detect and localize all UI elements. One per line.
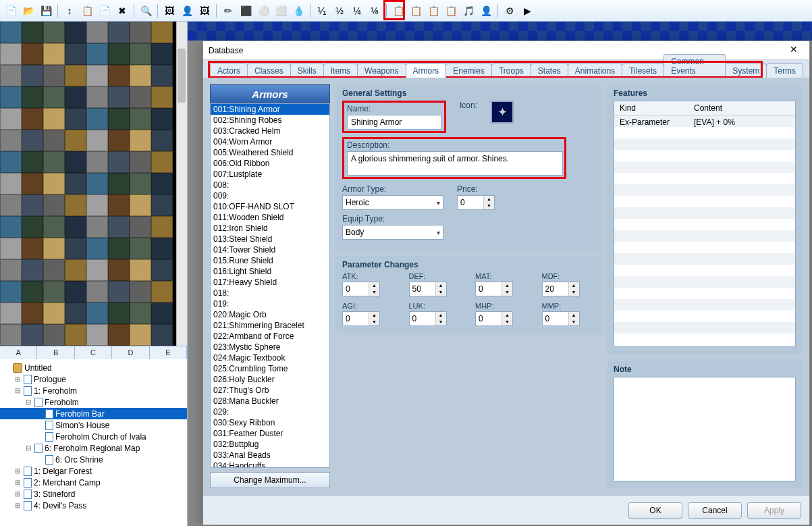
tile[interactable] — [0, 281, 22, 303]
tile[interactable] — [86, 259, 108, 281]
tile[interactable] — [108, 324, 130, 346]
tile[interactable] — [22, 194, 43, 216]
tile[interactable] — [130, 238, 151, 259]
tab-states[interactable]: States — [531, 63, 568, 78]
tile[interactable] — [86, 43, 108, 65]
list-item[interactable]: 029: — [211, 406, 329, 417]
tile[interactable] — [130, 303, 151, 324]
tile[interactable] — [43, 259, 65, 281]
tile[interactable] — [86, 324, 108, 346]
toolbar-button[interactable]: ▶ — [519, 3, 535, 19]
list-item[interactable]: 021:Shimmering Bracelet — [211, 320, 329, 331]
list-item[interactable]: 011:Wooden Shield — [211, 212, 329, 223]
tile[interactable] — [151, 281, 173, 303]
tile[interactable] — [86, 65, 108, 86]
tile[interactable] — [130, 22, 151, 43]
tile[interactable] — [43, 238, 65, 259]
list-item[interactable]: 031:Feather Duster — [211, 428, 329, 439]
tree-row[interactable]: ⊞2: Merchant Camp — [0, 477, 187, 488]
tile[interactable] — [130, 130, 151, 151]
tile[interactable] — [130, 216, 151, 238]
tile[interactable] — [86, 22, 108, 43]
toolbar-button[interactable]: ⬜ — [273, 3, 289, 19]
armor-list[interactable]: 001:Shining Armor002:Shining Robes003:Cr… — [210, 103, 330, 468]
tile[interactable] — [151, 324, 173, 346]
tile[interactable] — [151, 259, 173, 281]
tile[interactable] — [0, 173, 22, 194]
tile[interactable] — [0, 65, 22, 86]
tree-row[interactable]: ⊟Feroholm — [0, 396, 187, 408]
list-item[interactable]: 004:Worn Armor — [211, 136, 329, 147]
tile[interactable] — [0, 43, 22, 65]
param-mhp-input[interactable]: ▲▼ — [475, 311, 513, 326]
toolbar-button[interactable]: ⚪ — [255, 3, 271, 19]
tile[interactable] — [22, 108, 43, 130]
tree-row[interactable]: Untitled — [0, 362, 187, 373]
toolbar-button[interactable]: 📄 — [3, 3, 19, 19]
list-item[interactable]: 027:Thug's Orb — [211, 385, 329, 396]
layer-tab[interactable]: E — [150, 346, 187, 359]
tile[interactable] — [108, 194, 130, 216]
list-item[interactable]: 006:Old Ribbon — [211, 158, 329, 169]
tile[interactable] — [0, 216, 22, 238]
tile[interactable] — [151, 108, 173, 130]
list-item[interactable]: 026:Holy Buckler — [211, 374, 329, 385]
toolbar-button[interactable]: 📄 — [97, 3, 113, 19]
tile[interactable] — [43, 173, 65, 194]
tree-row[interactable]: ⊟6: Feroholm Regional Map — [0, 442, 187, 454]
tile[interactable] — [0, 324, 22, 346]
tile[interactable] — [22, 151, 43, 173]
tile[interactable] — [151, 238, 173, 259]
tile[interactable] — [86, 238, 108, 259]
param-mat-input[interactable]: ▲▼ — [475, 282, 513, 296]
toolbar-button[interactable]: 🎵 — [460, 3, 477, 19]
tile[interactable] — [22, 216, 43, 238]
tile[interactable] — [151, 130, 173, 151]
tile[interactable] — [43, 22, 65, 43]
toolbar-button[interactable]: 📋 — [390, 3, 406, 19]
tile[interactable] — [151, 173, 173, 194]
tile[interactable] — [22, 86, 43, 108]
tile[interactable] — [108, 108, 130, 130]
toolbar-button[interactable]: ✏ — [220, 3, 236, 19]
change-maximum-button[interactable]: Change Maximum... — [210, 472, 330, 488]
tab-animations[interactable]: Animations — [568, 63, 622, 78]
list-item[interactable]: 019: — [211, 298, 329, 309]
toolbar-button[interactable]: 🔍 — [138, 3, 154, 19]
tile[interactable] — [86, 194, 108, 216]
list-item[interactable]: 015:Rune Shield — [211, 255, 329, 266]
tile[interactable] — [130, 324, 151, 346]
tab-classes[interactable]: Classes — [247, 63, 291, 78]
tile[interactable] — [43, 303, 65, 324]
tile[interactable] — [65, 324, 86, 346]
tile[interactable] — [65, 173, 86, 194]
tile[interactable] — [43, 324, 65, 346]
tile[interactable] — [0, 238, 22, 259]
list-item[interactable]: 024:Magic Textbook — [211, 352, 329, 363]
tile[interactable] — [22, 65, 43, 86]
list-item[interactable]: 016:Light Shield — [211, 266, 329, 277]
toolbar-button[interactable]: ⅛ — [367, 3, 383, 19]
list-item[interactable]: 020:Magic Orb — [211, 309, 329, 320]
tile[interactable] — [86, 281, 108, 303]
tile[interactable] — [151, 86, 173, 108]
list-item[interactable]: 028:Mana Buckler — [211, 396, 329, 406]
tile[interactable] — [43, 86, 65, 108]
tile[interactable] — [0, 259, 22, 281]
tile[interactable] — [108, 65, 130, 86]
tile[interactable] — [151, 65, 173, 86]
tile[interactable] — [130, 86, 151, 108]
tile[interactable] — [151, 22, 173, 43]
tile[interactable] — [65, 151, 86, 173]
toolbar-button[interactable]: 💾 — [38, 3, 54, 19]
tab-actors[interactable]: Actors — [210, 63, 248, 78]
toolbar-button[interactable]: 👤 — [179, 3, 195, 19]
tile[interactable] — [65, 43, 86, 65]
toolbar-button[interactable]: 👤 — [478, 3, 494, 19]
tile[interactable] — [43, 65, 65, 86]
list-item[interactable]: 010:OFF-HAND SLOT — [211, 201, 329, 212]
toolbar-button[interactable]: 🖼 — [161, 3, 178, 19]
tile[interactable] — [65, 22, 86, 43]
list-item[interactable]: 009: — [211, 190, 329, 201]
price-input[interactable]: ▲▼ — [457, 195, 495, 210]
